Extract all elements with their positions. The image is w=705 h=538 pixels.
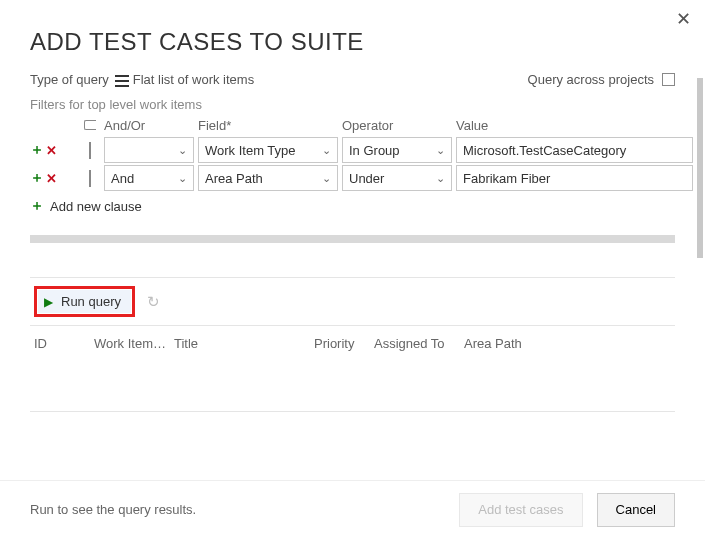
query-type-row: Type of query Flat list of work items Qu… (0, 66, 705, 97)
refresh-icon[interactable]: ↻ (147, 293, 160, 311)
clause-row: ＋ ✕ And⌄ Area Path⌄ Under⌄ (30, 165, 693, 191)
filters-section-label: Filters for top level work items (0, 97, 705, 118)
andor-select[interactable]: ⌄ (104, 137, 194, 163)
chevron-down-icon: ⌄ (322, 172, 331, 185)
group-checkbox[interactable] (89, 170, 91, 187)
col-priority[interactable]: Priority (314, 336, 374, 351)
results-toolbar: ▶ Run query ↻ (30, 278, 675, 325)
highlight-annotation: ▶ Run query (34, 286, 135, 317)
operator-select[interactable]: Under⌄ (342, 165, 452, 191)
add-clause-icon[interactable]: ＋ (30, 141, 44, 159)
value-input[interactable]: Microsoft.TestCaseCategory (456, 137, 693, 163)
flat-list-icon (115, 75, 129, 87)
results-columns: ID Work Item… Title Priority Assigned To… (30, 325, 675, 411)
add-test-cases-button[interactable]: Add test cases (459, 493, 582, 527)
operator-select[interactable]: In Group⌄ (342, 137, 452, 163)
query-across-label: Query across projects (528, 72, 654, 87)
plus-icon: ＋ (30, 197, 44, 215)
header-field: Field* (198, 118, 338, 133)
horizontal-scrollbar[interactable] (30, 235, 675, 243)
col-work-item[interactable]: Work Item… (94, 336, 174, 351)
footer-message: Run to see the query results. (30, 502, 445, 517)
query-type-value[interactable]: Flat list of work items (133, 72, 254, 87)
cancel-button[interactable]: Cancel (597, 493, 675, 527)
chevron-down-icon: ⌄ (436, 144, 445, 157)
close-icon[interactable]: ✕ (676, 8, 691, 30)
dialog-title: ADD TEST CASES TO SUITE (0, 0, 705, 66)
value-input[interactable]: Fabrikam Fiber (456, 165, 693, 191)
andor-select[interactable]: And⌄ (104, 165, 194, 191)
play-icon: ▶ (44, 295, 53, 309)
filters-header: And/Or Field* Operator Value (30, 118, 693, 137)
header-operator: Operator (342, 118, 452, 133)
col-assigned[interactable]: Assigned To (374, 336, 464, 351)
query-across-checkbox[interactable] (662, 73, 675, 86)
field-select[interactable]: Area Path⌄ (198, 165, 338, 191)
add-test-cases-dialog: ✕ ADD TEST CASES TO SUITE Type of query … (0, 0, 705, 538)
header-andor: And/Or (104, 118, 194, 133)
clause-row: ＋ ✕ ⌄ Work Item Type⌄ In Group⌄ (30, 137, 693, 163)
header-value: Value (456, 118, 693, 133)
col-id[interactable]: ID (34, 336, 94, 351)
group-icon (84, 120, 96, 130)
chevron-down-icon: ⌄ (178, 172, 187, 185)
remove-clause-icon[interactable]: ✕ (46, 143, 57, 158)
chevron-down-icon: ⌄ (322, 144, 331, 157)
add-new-clause[interactable]: ＋ Add new clause (30, 191, 693, 215)
chevron-down-icon: ⌄ (178, 144, 187, 157)
chevron-down-icon: ⌄ (436, 172, 445, 185)
run-query-button[interactable]: ▶ Run query (38, 290, 131, 313)
query-type-label: Type of query (30, 72, 109, 87)
results-panel: ▶ Run query ↻ ID Work Item… Title Priori… (30, 277, 675, 412)
filters-grid: And/Or Field* Operator Value ＋ ✕ ⌄ Work … (0, 118, 705, 215)
add-clause-icon[interactable]: ＋ (30, 169, 44, 187)
col-area[interactable]: Area Path (464, 336, 671, 351)
group-checkbox[interactable] (89, 142, 91, 159)
col-title[interactable]: Title (174, 336, 314, 351)
remove-clause-icon[interactable]: ✕ (46, 171, 57, 186)
footer: Run to see the query results. Add test c… (0, 480, 705, 538)
field-select[interactable]: Work Item Type⌄ (198, 137, 338, 163)
vertical-scrollbar[interactable] (697, 78, 703, 258)
